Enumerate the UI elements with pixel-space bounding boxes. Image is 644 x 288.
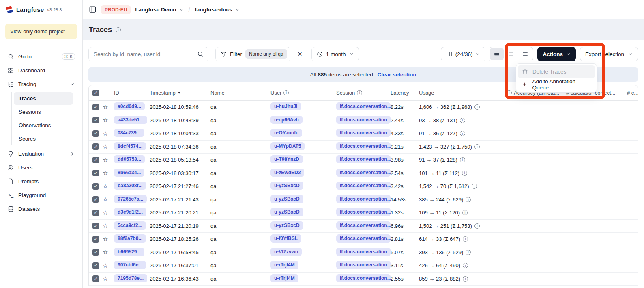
session-badge[interactable]: lf.docs.conversation... [336,129,391,137]
time-range-button[interactable]: 1 month [311,47,359,61]
sidebar-item-playground[interactable]: >_ Playground [4,188,78,202]
table-row[interactable]: 084c739... 2025-02-18 10:04:33 qa u-OYau… [89,127,638,141]
table-row[interactable]: 907cbf6e... 2025-02-17 16:37:01 qa u-rTr… [89,259,638,273]
info-icon[interactable] [472,184,477,189]
row-height-medium-button[interactable] [504,48,518,60]
star-icon[interactable] [103,117,108,123]
row-checkbox[interactable] [92,236,99,243]
star-icon[interactable] [103,209,108,216]
session-badge[interactable]: lf.docs.conversation... [336,102,391,110]
trace-id-badge[interactable]: 8b66a34... [114,169,144,177]
star-icon[interactable] [103,249,108,256]
table-row[interactable]: 7195d78e... 2025-02-17 16:36:43 qa u-rTr… [89,273,638,286]
user-badge[interactable]: u-yzSBxcD [270,221,303,230]
star-icon[interactable] [103,130,108,137]
star-icon[interactable] [103,143,108,150]
header-score-truncated[interactable]: # c... [627,90,638,96]
session-badge[interactable]: lf.docs.conversation... [336,142,391,150]
sidebar-item-evaluation[interactable]: Evaluation [4,147,78,160]
header-name[interactable]: Name [210,90,270,96]
row-checkbox[interactable] [92,249,99,256]
table-row[interactable]: d3e9d1f2... 2025-02-17 21:20:21 qa u-yzS… [89,206,638,220]
session-badge[interactable]: lf.docs.conversation... [336,248,391,256]
menu-item-add-to-annotation-queue[interactable]: + Add to Annotation Queue [518,78,595,91]
sidebar-item-traces[interactable]: Traces [14,92,73,105]
session-badge[interactable]: lf.docs.conversation... [336,261,391,269]
user-badge[interactable]: u-yzSBxcD [270,208,303,216]
demo-project-link[interactable]: demo project [34,28,65,35]
row-checkbox[interactable] [92,210,99,216]
sidebar-item-observations[interactable]: Observations [14,119,73,132]
session-badge[interactable]: lf.docs.conversation... [336,221,391,230]
row-checkbox[interactable] [92,117,99,123]
star-icon[interactable] [103,222,108,229]
info-icon[interactable] [462,210,468,215]
table-row[interactable]: 5cca9cf2... 2025-02-17 21:20:19 qa u-yzS… [89,220,638,233]
header-session[interactable]: Session [336,90,391,96]
export-selection-button[interactable]: Export selection [580,47,638,61]
session-badge[interactable]: lf.docs.conversation... [336,116,391,124]
org-breadcrumb[interactable]: Langfuse Demo [135,6,183,13]
sidebar-item-datasets[interactable]: Datasets [4,202,78,216]
table-row[interactable]: a433de51... 2025-02-18 10:43:39 qa u-cp6… [89,114,638,128]
info-icon[interactable] [474,223,480,229]
row-height-large-button[interactable] [518,48,532,60]
session-badge[interactable]: lf.docs.conversation... [336,182,391,190]
user-badge[interactable]: u-MYpDAT5 [270,142,305,150]
user-badge[interactable]: u-yzSBxcD [270,182,303,190]
star-icon[interactable] [103,169,108,176]
info-icon[interactable] [466,197,471,202]
session-badge[interactable]: lf.docs.conversation... [336,274,391,282]
star-icon[interactable] [103,183,108,190]
trace-id-badge[interactable]: a0cd0d9... [114,102,145,110]
panel-left-toggle-icon[interactable] [89,6,97,13]
info-icon[interactable] [466,250,471,255]
info-icon[interactable] [460,157,465,162]
row-checkbox[interactable] [92,196,99,203]
user-badge[interactable]: u-f0YfBSL [270,234,301,243]
search-icon[interactable] [192,47,208,61]
user-badge[interactable]: u-huJhuJi [270,102,301,110]
row-checkbox[interactable] [92,157,99,163]
sidebar-item-sessions[interactable]: Sessions [14,106,73,118]
table-row[interactable]: dd05753... 2025-02-18 05:13:54 qa u-T98Y… [89,154,638,167]
table-row[interactable]: 8dcf4574... 2025-02-18 07:34:36 qa u-MYp… [89,141,638,154]
row-checkbox[interactable] [92,104,99,110]
star-icon[interactable] [103,156,108,163]
trace-id-badge[interactable]: ba8a208f... [114,182,146,190]
session-badge[interactable]: lf.docs.conversation... [336,169,391,177]
session-badge[interactable]: lf.docs.conversation... [336,234,391,243]
user-badge[interactable]: u-VIZzvwo [270,248,302,256]
table-row[interactable]: 88f2a7b0... 2025-02-17 18:25:26 qa u-f0Y… [89,233,638,246]
sidebar-item-dashboard[interactable]: Dashboard [4,63,78,77]
trace-id-badge[interactable]: dd05753... [114,155,145,163]
table-row[interactable]: ba8a208f... 2025-02-17 21:27:46 qa u-yzS… [89,180,638,193]
trace-id-badge[interactable]: 084c739... [114,129,144,137]
user-badge[interactable]: u-cp66Avh [270,116,303,124]
trace-id-badge[interactable]: 5cca9cf2... [114,221,146,230]
trace-id-badge[interactable]: b669529... [114,248,144,256]
table-row[interactable]: a0cd0d9... 2025-02-18 10:59:46 qa u-huJh… [89,101,638,114]
star-icon[interactable] [103,236,108,243]
header-latency[interactable]: Latency [391,90,419,96]
row-checkbox[interactable] [92,262,99,269]
row-checkbox[interactable] [92,143,99,150]
user-badge[interactable]: u-T98YnzD [270,155,303,163]
select-all-checkbox[interactable] [92,90,99,96]
user-badge[interactable]: u-yzSBxcD [270,195,303,203]
search-input[interactable] [89,51,192,57]
project-breadcrumb[interactable]: langfuse-docs [195,6,240,13]
trace-id-badge[interactable]: 8dcf4574... [114,142,146,150]
user-badge[interactable]: u-rTrjI4M [270,274,298,282]
clear-filter-button[interactable]: ✕ [294,48,306,61]
row-checkbox[interactable] [92,275,99,282]
session-badge[interactable]: lf.docs.conversation... [336,155,391,163]
trace-id-badge[interactable]: 88f2a7b0... [114,234,146,243]
header-id[interactable]: ID [114,90,150,96]
info-icon[interactable] [462,171,467,176]
star-icon[interactable] [103,104,108,110]
row-checkbox[interactable] [92,223,99,229]
user-badge[interactable]: u-OYauofc [270,129,302,137]
sidebar-item-users[interactable]: Users [4,160,78,174]
row-height-small-button[interactable] [490,48,504,60]
